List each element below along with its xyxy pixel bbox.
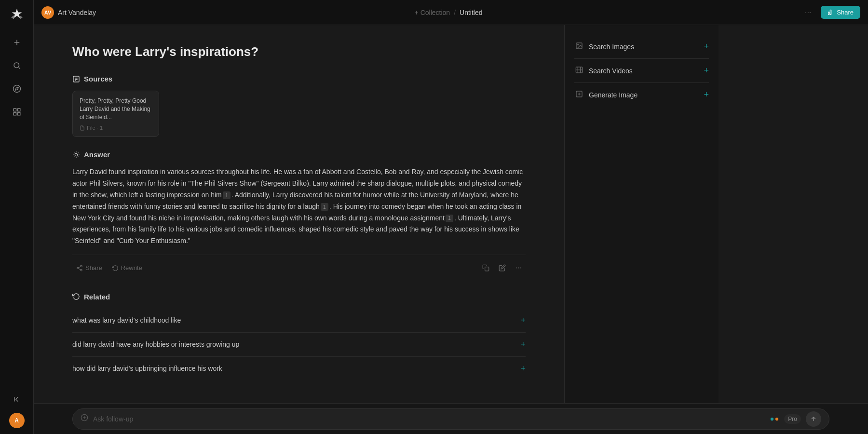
svg-point-19 <box>81 269 82 271</box>
sources-header: Sources <box>72 75 526 83</box>
more-answer-button[interactable] <box>511 261 526 275</box>
related-item-2[interactable]: how did larry david's upbringing influen… <box>72 357 526 380</box>
library-button[interactable] <box>7 102 27 122</box>
page-title: Untitled <box>460 9 482 16</box>
related-add-2[interactable]: + <box>520 364 526 374</box>
main-content: Who were Larry's inspirations? Sources P… <box>34 25 564 403</box>
topbar-user[interactable]: AV Art Vandelay <box>41 6 96 19</box>
discover-button[interactable] <box>7 79 27 98</box>
app-logo <box>7 6 27 25</box>
search-videos-label-group: Search Videos <box>574 66 633 75</box>
svg-point-21 <box>516 268 517 269</box>
pro-badge: Pro <box>784 414 801 424</box>
svg-point-35 <box>775 417 778 420</box>
page-question: Who were Larry's inspirations? <box>72 44 526 59</box>
answer-header: Answer <box>72 150 526 159</box>
answer-label: Answer <box>84 150 110 159</box>
perplexity-logo-small <box>770 416 779 422</box>
breadcrumb-slash: / <box>454 9 456 16</box>
related-label: Related <box>84 293 110 301</box>
source-card[interactable]: Pretty, Pretty, Pretty Good Larry David … <box>72 91 159 137</box>
svg-point-2 <box>14 63 19 68</box>
avatar: AV <box>41 6 54 19</box>
search-images-add: + <box>704 41 709 52</box>
collapse-sidebar-button[interactable] <box>7 390 27 409</box>
svg-rect-20 <box>485 267 488 271</box>
submit-followup-button[interactable] <box>806 411 821 427</box>
rewrite-button[interactable]: Rewrite <box>108 262 146 274</box>
svg-point-18 <box>77 267 79 269</box>
new-thread-button[interactable] <box>7 33 27 52</box>
sources-label: Sources <box>84 75 112 83</box>
right-panel: Search Images + Search Videos + <box>564 25 719 403</box>
source-title: Pretty, Pretty, Pretty Good Larry David … <box>80 97 152 121</box>
svg-rect-8 <box>14 113 16 115</box>
svg-point-34 <box>771 417 773 420</box>
related-item-1[interactable]: did larry david have any hobbies or inte… <box>72 333 526 357</box>
topbar-username: Art Vandelay <box>58 9 96 16</box>
generate-icon <box>574 90 584 99</box>
svg-point-25 <box>578 44 579 45</box>
share-answer-button[interactable]: Share <box>72 262 106 274</box>
topbar-actions: ··· Share <box>801 6 860 19</box>
sidebar: A <box>0 0 34 434</box>
svg-rect-7 <box>17 113 20 115</box>
related-header: Related <box>72 293 526 301</box>
svg-point-3 <box>13 85 20 93</box>
svg-rect-5 <box>14 108 16 111</box>
add-collection-button[interactable]: + Collection <box>415 9 450 16</box>
generate-image-label-group: Generate Image <box>574 90 637 99</box>
video-icon <box>574 66 584 75</box>
generate-image-panel-item[interactable]: Generate Image + <box>574 83 709 107</box>
search-nav-button[interactable] <box>7 56 27 75</box>
citation-2: 1 <box>321 203 328 211</box>
svg-point-17 <box>81 265 82 267</box>
more-options-button[interactable]: ··· <box>801 6 815 19</box>
svg-marker-4 <box>15 87 18 90</box>
main-wrapper: AV Art Vandelay + Collection / Untitled … <box>34 0 868 434</box>
svg-point-16 <box>75 153 77 156</box>
answer-body: Larry David found inspiration in various… <box>72 166 526 247</box>
share-button[interactable]: Share <box>821 6 860 19</box>
answer-section: Answer Larry David found inspiration in … <box>72 150 526 275</box>
answer-actions: Share Rewrite <box>72 255 526 275</box>
generate-image-add: + <box>704 90 709 100</box>
citation-1: 1 <box>223 191 231 199</box>
image-icon <box>574 42 584 51</box>
source-meta: File · 1 <box>80 125 152 131</box>
copy-button[interactable] <box>478 261 493 275</box>
svg-rect-11 <box>830 10 831 15</box>
search-videos-add: + <box>704 66 709 76</box>
followup-input-wrapper: Pro <box>72 408 829 430</box>
attach-button[interactable] <box>81 414 88 424</box>
followup-input[interactable] <box>93 415 765 423</box>
related-add-1[interactable]: + <box>520 339 526 350</box>
search-videos-panel-item[interactable]: Search Videos + <box>574 59 709 83</box>
svg-point-23 <box>520 268 521 269</box>
citation-3: 1 <box>446 215 453 222</box>
svg-rect-10 <box>828 12 829 14</box>
content-area: Who were Larry's inspirations? Sources P… <box>34 25 868 403</box>
svg-rect-6 <box>17 108 20 111</box>
search-images-panel-item[interactable]: Search Images + <box>574 35 709 59</box>
input-bar: Pro <box>34 403 868 434</box>
svg-point-22 <box>518 268 519 269</box>
search-images-label-group: Search Images <box>574 42 634 51</box>
related-item-0[interactable]: what was larry david's childhood like + <box>72 309 526 333</box>
related-section: Related what was larry david's childhood… <box>72 293 526 380</box>
user-avatar-sidebar[interactable]: A <box>9 413 25 428</box>
related-add-0[interactable]: + <box>520 315 526 326</box>
topbar-center: + Collection / Untitled <box>102 9 795 16</box>
topbar: AV Art Vandelay + Collection / Untitled … <box>34 0 868 25</box>
edit-button[interactable] <box>495 261 509 275</box>
